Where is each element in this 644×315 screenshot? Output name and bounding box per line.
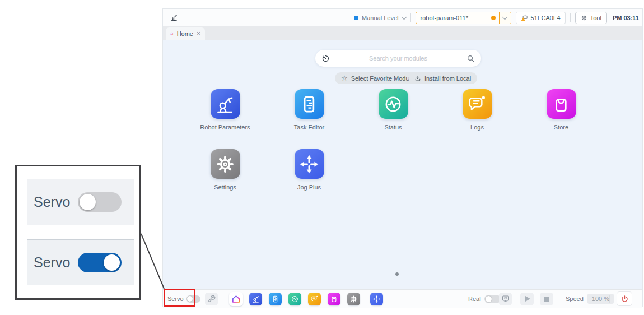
- settings-tile[interactable]: [211, 149, 240, 179]
- dock-task-editor-button[interactable]: [269, 293, 282, 305]
- shopping-bag-icon: [549, 92, 573, 116]
- logs-tile[interactable]: [463, 89, 492, 119]
- chat-bubble-icon: [465, 92, 489, 116]
- star-icon: ☆: [341, 75, 348, 82]
- power-button[interactable]: [617, 291, 632, 306]
- divider: [223, 295, 223, 303]
- robot-id: 51FCA0F4: [531, 15, 561, 21]
- divider: [463, 295, 463, 303]
- mode-label: Manual Level: [362, 15, 398, 21]
- store-tile[interactable]: [547, 89, 576, 119]
- module-status[interactable]: Status: [360, 89, 427, 131]
- pulse-circle-icon: [381, 92, 405, 116]
- module-jog-plus[interactable]: Jog Plus: [276, 149, 343, 191]
- chat-bubble-icon: [310, 294, 319, 304]
- tab-close-icon[interactable]: ×: [197, 30, 200, 37]
- move-arrows-icon: [372, 294, 381, 304]
- servo-toggle-off[interactable]: [78, 192, 122, 212]
- module-label: Store: [528, 124, 595, 131]
- servo-callout-box: Servo Servo: [15, 165, 141, 300]
- move-arrows-icon: [297, 152, 321, 176]
- tab-home[interactable]: Home ×: [166, 27, 205, 40]
- install-button-label: Install from Local: [424, 75, 471, 82]
- gear-icon: [213, 152, 237, 176]
- unsaved-status-dot: [491, 16, 496, 20]
- divider: [609, 295, 610, 303]
- module-label: Jog Plus: [276, 184, 343, 191]
- mode-status-dot: [354, 16, 358, 20]
- warning-robot-icon: [521, 14, 528, 21]
- module-logs[interactable]: Logs: [444, 89, 511, 131]
- clock: PM 03:11: [613, 15, 639, 21]
- pulse-circle-icon: [290, 294, 300, 304]
- divider: [570, 13, 571, 22]
- servo-toggle[interactable]: [186, 295, 200, 303]
- dock-status-button[interactable]: [288, 293, 301, 305]
- divider: [410, 13, 411, 22]
- module-label: Robot Parameters: [192, 124, 259, 131]
- tool-settings-button[interactable]: [205, 293, 218, 305]
- simulator-button[interactable]: [499, 293, 512, 305]
- servo-off-example: Servo: [27, 179, 134, 225]
- gear-icon: [581, 15, 587, 21]
- dock-settings-button[interactable]: [347, 293, 360, 305]
- divider: [559, 295, 559, 303]
- module-store[interactable]: Store: [528, 89, 595, 131]
- dock-jog-plus-button[interactable]: [370, 293, 383, 305]
- real-toggle[interactable]: [484, 295, 501, 303]
- status-tile[interactable]: [379, 89, 408, 119]
- select-favorite-module-button[interactable]: ☆ Select Favorite Module: [335, 72, 420, 84]
- history-icon[interactable]: [321, 54, 330, 63]
- app-window: Manual Level robot-param-011* 51FCA0F4 T…: [162, 8, 643, 307]
- play-icon: [525, 296, 530, 302]
- module-label: Status: [360, 124, 427, 131]
- module-label: Logs: [444, 124, 511, 131]
- param-file-dropdown[interactable]: robot-param-011*: [416, 12, 511, 24]
- module-task-editor[interactable]: Task Editor: [276, 89, 343, 131]
- servo-toggle-on[interactable]: [78, 253, 122, 272]
- search-icon[interactable]: [466, 54, 475, 63]
- page: Manual Level robot-param-011* 51FCA0F4 T…: [0, 0, 644, 315]
- wrench-icon: [208, 295, 216, 303]
- download-icon: [414, 75, 421, 82]
- mode-selector[interactable]: Manual Level: [354, 15, 405, 21]
- stop-button[interactable]: [540, 293, 553, 305]
- status-bar: Servo: [163, 289, 642, 308]
- module-search-bar: [315, 50, 481, 67]
- dock-robot-parameters-button[interactable]: [249, 293, 262, 305]
- dock-logs-button[interactable]: [308, 293, 321, 305]
- shopping-bag-icon: [329, 294, 339, 304]
- servo-label: Servo: [167, 295, 184, 302]
- module-label: Task Editor: [276, 124, 343, 131]
- tool-button[interactable]: Tool: [575, 12, 607, 24]
- app-logo-robot-icon: [170, 13, 179, 22]
- dock-store-button[interactable]: [328, 293, 340, 305]
- search-input[interactable]: [330, 54, 466, 62]
- robot-arm-icon: [213, 92, 237, 116]
- play-button[interactable]: [520, 293, 534, 305]
- speed-label: Speed: [566, 295, 584, 302]
- dock-home-button[interactable]: [229, 292, 243, 306]
- task-editor-tile[interactable]: [295, 89, 324, 119]
- robot-id-box[interactable]: 51FCA0F4: [516, 12, 566, 24]
- module-label: Settings: [192, 184, 259, 191]
- robot-parameters-tile[interactable]: [211, 89, 240, 119]
- power-icon: [620, 295, 629, 303]
- chevron-down-icon: [401, 14, 407, 20]
- page-indicator-dot[interactable]: [395, 272, 399, 276]
- stop-icon: [544, 297, 549, 302]
- servo-label: Servo: [34, 194, 70, 210]
- divider: [365, 295, 365, 303]
- module-robot-parameters[interactable]: Robot Parameters: [192, 89, 259, 131]
- simulator-icon: [501, 294, 510, 303]
- tab-strip: Home ×: [163, 26, 642, 40]
- task-document-icon: [270, 294, 280, 304]
- param-dropdown-button[interactable]: [499, 12, 511, 24]
- jog-plus-tile[interactable]: [295, 149, 324, 179]
- real-label: Real: [468, 295, 481, 302]
- gear-icon: [349, 294, 358, 304]
- home-icon: [170, 30, 174, 37]
- install-from-local-button[interactable]: Install from Local: [408, 72, 477, 84]
- top-bar: Manual Level robot-param-011* 51FCA0F4 T…: [163, 9, 642, 26]
- module-settings[interactable]: Settings: [192, 149, 259, 191]
